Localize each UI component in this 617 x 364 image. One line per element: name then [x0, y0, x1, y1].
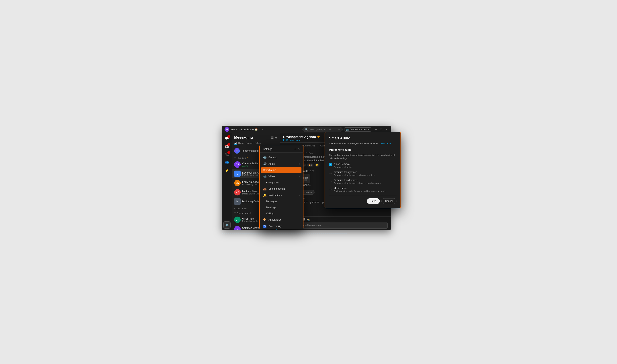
settings-general[interactable]: ⚙️ General — [260, 154, 303, 161]
chat-subtitle: ENG Deployment — [283, 139, 320, 141]
checkbox-my-voice[interactable] — [329, 171, 332, 174]
option-my-voice: Optimize for my voice Removes all noise … — [329, 171, 397, 176]
settings-video[interactable]: 📹 Video ∨ — [260, 173, 303, 180]
checkbox-all-voices[interactable] — [329, 179, 332, 182]
sidebar-item-activity[interactable]: ⚡ — [223, 167, 231, 174]
avatar-dev-agenda: D — [234, 170, 241, 177]
video-label: Video — [269, 175, 275, 178]
chat-title: Development Agenda ★ — [283, 135, 320, 139]
general-icon: ⚙️ — [263, 156, 267, 159]
messaging-header: Messaging ☰ ✚ — [232, 133, 280, 141]
avatar-emily: EN — [234, 180, 241, 186]
settings-messages-sub[interactable]: Messages — [260, 198, 303, 205]
reaction-fire[interactable]: 🔥 3 — [307, 164, 313, 167]
option-music-mode: Music mode Optimizes the audio for vocal… — [329, 187, 397, 193]
close-button[interactable]: ✕ — [385, 127, 388, 131]
settings-meetings-sub[interactable]: Meetings — [260, 205, 303, 210]
settings-audio[interactable]: 🔊 Audio ∨ — [260, 161, 303, 167]
background-label: Background — [266, 181, 279, 184]
screenshot-button[interactable]: 📸 — [307, 218, 310, 221]
connect-button[interactable]: 📺 Connect to a device — [344, 127, 371, 131]
filter-button[interactable]: ☰ — [271, 136, 274, 139]
user-avatar[interactable]: M — [225, 127, 229, 132]
filter-spaces[interactable]: Spaces — [246, 141, 253, 145]
sidebar-item-calls[interactable]: 📞 1 — [223, 151, 231, 158]
search-bar[interactable]: 🔍 Search, meet, and call ⊕ — [302, 127, 343, 132]
learn-more-link[interactable]: Learn more — [380, 142, 391, 145]
settings-close[interactable]: ✕ — [297, 147, 300, 150]
option-noise-removal: ✓ Noise Removal Removes all noise — [329, 163, 397, 168]
filter-all[interactable]: All — [234, 141, 237, 145]
label-music-mode: Music mode — [334, 187, 386, 190]
smart-audio-title: Smart Audio — [329, 136, 397, 140]
save-button[interactable]: Save — [367, 198, 380, 204]
desc-all-voices: Removes all noise and enhances nearby vo… — [334, 182, 381, 184]
status-clarissa — [239, 166, 241, 168]
msg-time-umar: 8:12 AM — [306, 152, 313, 154]
settings-appearance[interactable]: 🎨 Appearance — [260, 217, 303, 223]
settings-notifications[interactable]: 🔔 Notifications ∨ — [260, 192, 303, 198]
notifications-icon: 🔔 — [263, 194, 267, 197]
appearance-label: Appearance — [269, 218, 282, 221]
sharing-label: Sharing content — [269, 187, 285, 190]
settings-sidebar: ⚙️ General 🔊 Audio ∨ Smart audio 📹 Video… — [260, 153, 303, 229]
more-options-button[interactable]: ⋯ — [312, 218, 315, 221]
option-text-my-voice: Optimize for my voice Removes all noise … — [334, 171, 375, 176]
smart-audio-panel: Smart Audio Webex uses artificial intell… — [325, 132, 401, 208]
forward-button[interactable]: › — [265, 127, 268, 131]
status-matthew — [239, 194, 241, 195]
settings-minimize[interactable]: ─ — [291, 147, 293, 150]
minimize-button[interactable]: ─ — [374, 127, 378, 131]
sidebar-item-messaging[interactable]: 💬 2 — [223, 135, 231, 142]
filter-direct[interactable]: Direct — [238, 141, 244, 145]
sidebar-item-settings[interactable]: ⚙️ — [223, 221, 231, 229]
messaging-badge: 2 — [227, 135, 230, 138]
accessibility-icon: ♿ — [263, 225, 267, 228]
sidebar-item-people[interactable]: 👥 — [223, 159, 231, 166]
recommended-icon: ⚡ — [234, 148, 240, 154]
chat-title-area: Development Agenda ★ ENG Deployment — [283, 135, 320, 141]
video-expand: ∨ — [298, 175, 300, 178]
feature-launch-chevron: ∨ — [234, 212, 236, 214]
status-common-metrics: Usability research — [242, 229, 274, 230]
settings-modal-controls: ─ □ ✕ — [291, 147, 300, 150]
settings-title: Settings — [263, 147, 272, 150]
cancel-button[interactable]: Cancel — [381, 198, 397, 204]
desc-music-mode: Optimizes the audio for vocal and instru… — [334, 190, 386, 193]
window-controls: ─ □ ✕ — [374, 127, 388, 131]
smart-audio-label: Smart audio — [263, 169, 276, 171]
activity-icon: ⚡ — [225, 169, 229, 172]
checkbox-music-mode[interactable] — [329, 187, 332, 190]
sidebar-icons: 💬 2 📅 1 📞 1 👥 ⚡ · — [222, 133, 232, 230]
sidebar-item-more[interactable]: ··· — [223, 213, 231, 221]
selection-indicator — [222, 234, 347, 234]
filter-public[interactable]: Public — [255, 141, 261, 145]
favorites-star: ★ — [246, 157, 248, 159]
sidebar-item-calendar[interactable]: 📅 1 — [223, 143, 231, 150]
reaction-smile[interactable]: 😊 — [315, 164, 320, 167]
settings-background[interactable]: Background — [260, 180, 303, 186]
settings-accessibility[interactable]: ♿ Accessibility — [260, 223, 303, 229]
maximize-button[interactable]: □ — [380, 127, 383, 131]
audio-icon: 🔊 — [263, 162, 267, 166]
appearance-icon: 🎨 — [263, 218, 267, 221]
search-placeholder: Search, meet, and call — [309, 128, 331, 130]
add-icon: ⊕ — [338, 128, 340, 131]
settings-calling-sub[interactable]: Calling — [260, 210, 303, 217]
settings-icon: ⚙️ — [225, 223, 229, 227]
label-noise-removal: Noise Removal — [334, 163, 352, 166]
feature-launch-label: Feature launch — [237, 212, 251, 214]
general-label: General — [269, 156, 277, 159]
checkbox-noise-removal[interactable]: ✓ — [329, 163, 332, 166]
back-button[interactable]: ‹ — [261, 127, 264, 131]
more-icon: ··· — [226, 215, 228, 219]
option-text-music-mode: Music mode Optimizes the audio for vocal… — [334, 187, 386, 193]
smart-audio-footer: Save Cancel — [329, 196, 397, 204]
settings-modal-header: Settings ─ □ ✕ — [260, 145, 303, 153]
settings-maximize[interactable]: □ — [294, 147, 296, 150]
compose-button[interactable]: ✚ — [275, 136, 277, 139]
option-text-noise-removal: Noise Removal Removes all noise — [334, 163, 352, 168]
settings-sharing[interactable]: 📤 Sharing content — [260, 186, 303, 192]
connect-icon: 📺 — [346, 128, 349, 131]
settings-smart-audio[interactable]: Smart audio — [261, 167, 301, 173]
